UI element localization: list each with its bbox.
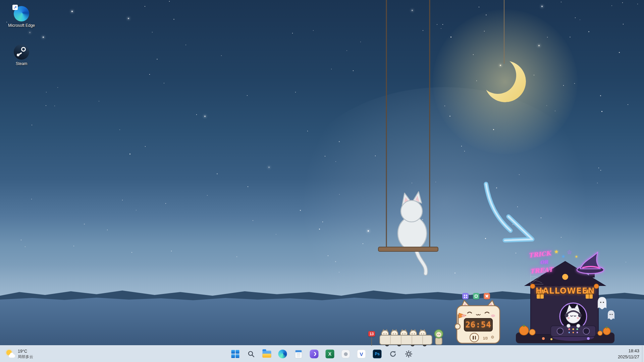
shortcut-arrow-icon: ↗ bbox=[12, 5, 18, 10]
desktop: ↗ Microsoft Edge Steam bbox=[0, 0, 644, 362]
light-app-button[interactable] bbox=[339, 347, 353, 361]
cat-train-widget[interactable]: 13 bbox=[368, 328, 448, 347]
cat-train-art bbox=[368, 328, 448, 347]
moon-on-string bbox=[484, 0, 526, 102]
notepad-icon bbox=[295, 350, 302, 358]
timer-counter: 1/3 bbox=[483, 337, 488, 340]
v-app-button[interactable]: V bbox=[355, 347, 368, 361]
start-button[interactable] bbox=[229, 347, 242, 361]
or-text: OR bbox=[540, 259, 548, 265]
taskbar-time: 18:43 bbox=[618, 348, 639, 354]
desktop-icon-edge[interactable]: ↗ Microsoft Edge bbox=[7, 6, 36, 28]
sync-app-button[interactable] bbox=[386, 347, 400, 361]
pause-button[interactable] bbox=[470, 333, 479, 342]
search-icon bbox=[248, 350, 255, 358]
settings-button[interactable] bbox=[402, 347, 416, 361]
star-icon: ★ bbox=[575, 255, 578, 258]
photoshop-button[interactable]: Ps bbox=[371, 347, 384, 361]
file-explorer-button[interactable] bbox=[260, 347, 274, 361]
edge-button[interactable] bbox=[276, 347, 289, 361]
expand-icon bbox=[475, 295, 478, 298]
clock-widget-menu-button[interactable] bbox=[462, 293, 469, 299]
desktop-icon-label: Microsoft Edge bbox=[8, 23, 35, 28]
timer-display: 26:54 bbox=[464, 318, 492, 331]
weather-condition: 局部多云 bbox=[18, 354, 33, 359]
dj-deck bbox=[551, 324, 596, 337]
taskbar: 19°C 局部多云 bbox=[0, 345, 644, 362]
halloween-widget[interactable]: TRICK OR TREAT ★ ★ ☆ ★ HALLOWEEN bbox=[511, 249, 619, 347]
weather-icon bbox=[6, 350, 15, 358]
halloween-title: HALLOWEEN bbox=[525, 286, 606, 296]
excel-icon: X bbox=[326, 350, 334, 358]
file-explorer-icon bbox=[263, 351, 271, 358]
cat-clock-widget[interactable]: 26:54 1/3 ⚙ bbox=[455, 292, 502, 346]
clock-widget-expand-button[interactable] bbox=[473, 293, 479, 299]
taskbar-date: 2025/11/27 bbox=[618, 354, 639, 360]
pause-icon bbox=[473, 336, 474, 340]
star-icon: ★ bbox=[554, 249, 558, 255]
search-button[interactable] bbox=[245, 347, 258, 361]
show-desktop-button[interactable] bbox=[642, 346, 644, 362]
witch-hat bbox=[577, 252, 604, 274]
desktop-icon-label: Steam bbox=[8, 61, 35, 66]
sign-pole bbox=[371, 337, 372, 346]
photoshop-icon: Ps bbox=[373, 350, 382, 358]
train-badge: 13 bbox=[368, 331, 375, 337]
grid-icon bbox=[464, 295, 467, 298]
clock-settings-icon[interactable]: ⚙ bbox=[491, 335, 494, 340]
desktop-icon-steam[interactable]: Steam bbox=[7, 44, 36, 66]
taskbar-weather-button[interactable]: 19°C 局部多云 bbox=[3, 346, 36, 362]
purple-app-icon bbox=[310, 350, 319, 358]
star-icon: ☆ bbox=[567, 249, 572, 256]
steam-logo-icon bbox=[14, 44, 29, 60]
sync-icon bbox=[389, 350, 397, 358]
clock-widget-close-button[interactable] bbox=[484, 293, 490, 299]
star-icon: ★ bbox=[561, 254, 565, 259]
cat-on-swing bbox=[378, 0, 438, 274]
windows-logo-icon bbox=[231, 350, 239, 358]
taskbar-app-area: X V Ps bbox=[229, 346, 416, 362]
halloween-art bbox=[511, 249, 619, 347]
purple-app-button[interactable] bbox=[308, 347, 321, 361]
ghosts bbox=[598, 297, 614, 320]
train-conductor bbox=[435, 330, 443, 345]
doodle-arrow bbox=[486, 184, 532, 240]
notepad-button[interactable] bbox=[292, 347, 305, 361]
edge-icon bbox=[278, 350, 287, 358]
weather-temperature: 19°C bbox=[18, 349, 33, 354]
light-app-icon bbox=[341, 350, 350, 358]
taskbar-clock[interactable]: 18:43 2025/11/27 bbox=[618, 346, 639, 362]
v-app-icon: V bbox=[357, 350, 366, 358]
gear-icon bbox=[405, 350, 413, 358]
excel-button[interactable]: X bbox=[323, 347, 337, 361]
